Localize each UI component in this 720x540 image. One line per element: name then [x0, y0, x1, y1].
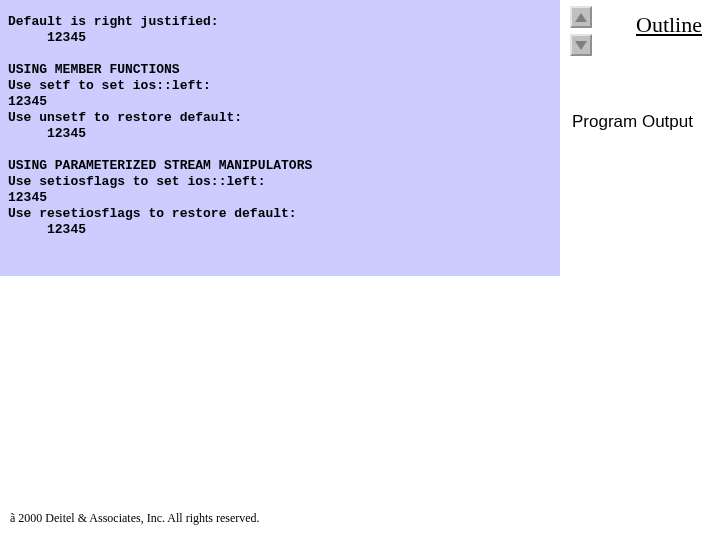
- nav-prev-button[interactable]: [570, 6, 592, 28]
- copyright-footer: ã 2000 Deitel & Associates, Inc. All rig…: [10, 511, 260, 526]
- nav-next-button[interactable]: [570, 34, 592, 56]
- output-line: 12345: [8, 222, 552, 238]
- slide: Default is right justified: 12345 USING …: [0, 0, 720, 540]
- output-line: Use setf to set ios::left:: [8, 78, 552, 94]
- output-line: Use resetiosflags to restore default:: [8, 206, 552, 222]
- chevron-up-icon: [575, 13, 587, 22]
- output-line: Use unsetf to restore default:: [8, 110, 552, 126]
- output-line: USING PARAMETERIZED STREAM MANIPULATORS: [8, 158, 552, 174]
- output-blank: [8, 142, 552, 158]
- output-line: 12345: [8, 126, 552, 142]
- copyright-text: 2000 Deitel & Associates, Inc. All right…: [15, 511, 259, 525]
- section-label: Program Output: [572, 112, 693, 132]
- nav-buttons: [570, 6, 592, 56]
- output-line: 12345: [8, 94, 552, 110]
- chevron-down-icon: [575, 41, 587, 50]
- output-line: 12345: [8, 30, 552, 46]
- output-line: USING MEMBER FUNCTIONS: [8, 62, 552, 78]
- output-blank: [8, 46, 552, 62]
- outline-link[interactable]: Outline: [636, 12, 702, 38]
- program-output-panel: Default is right justified: 12345 USING …: [0, 0, 560, 276]
- output-line: Default is right justified:: [8, 14, 552, 30]
- output-line: 12345: [8, 190, 552, 206]
- output-line: Use setiosflags to set ios::left:: [8, 174, 552, 190]
